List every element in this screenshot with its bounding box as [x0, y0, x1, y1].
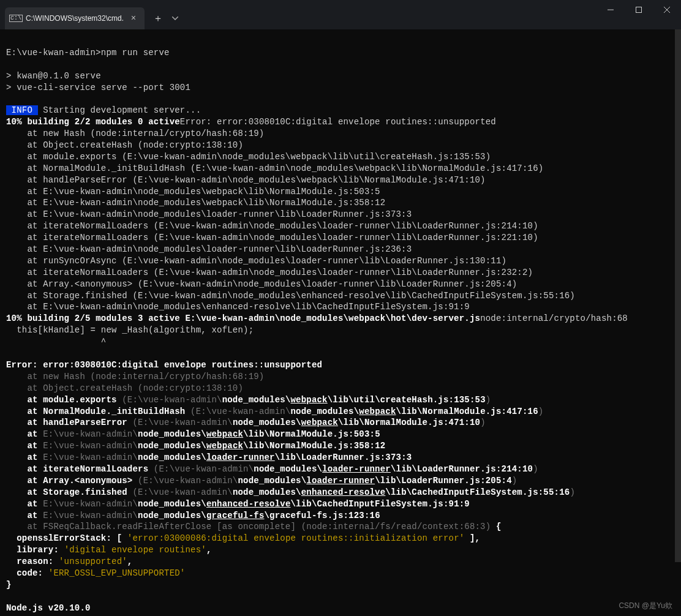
- new-tab-button[interactable]: ＋: [148, 9, 168, 28]
- stack-line: at: [6, 511, 43, 520]
- stack-line: at Storage.finished (E:\vue-kwan-admin\n…: [6, 291, 575, 301]
- cmd-icon: c:\: [11, 13, 21, 23]
- terminal-output[interactable]: E:\vue-kwan-admin>npm run serve > kwan@0…: [0, 29, 681, 616]
- stack-line: at NormalModule._initBuildHash (E:\vue-k…: [6, 163, 543, 173]
- close-icon: [664, 7, 670, 13]
- error-brace: }: [6, 580, 12, 590]
- maximize-icon: [636, 7, 642, 13]
- terminal-line: > kwan@0.1.0 serve: [6, 71, 101, 81]
- stack-line: at new Hash (node:internal/crypto/hash:6…: [6, 129, 264, 138]
- chevron-down-icon: [172, 17, 178, 20]
- stack-line: at handleParseError: [6, 418, 132, 427]
- minimize-icon: [608, 7, 614, 13]
- stack-line: at module.exports: [6, 395, 122, 405]
- stack-line: at NormalModule._initBuildHash: [6, 407, 190, 416]
- close-button[interactable]: [653, 0, 681, 20]
- error-line: Error: error:0308010C:digital envelope r…: [180, 117, 496, 127]
- error-prop: library:: [6, 545, 64, 555]
- error-prop: opensslErrorStack: [: [6, 533, 127, 543]
- stack-line: at iterateNormalLoaders (E:\vue-kwan-adm…: [6, 233, 538, 242]
- stack-line: at iterateNormalLoaders: [6, 464, 154, 474]
- build-progress: 10% building 2/2 modules 0 active: [6, 117, 180, 127]
- terminal-line: Starting development server...: [38, 105, 201, 115]
- stack-line: at E:\vue-kwan-admin\node_modules\loader…: [6, 244, 412, 254]
- stack-line: at Storage.finished: [6, 487, 132, 497]
- stack-line: at E:\vue-kwan-admin\node_modules\loader…: [6, 209, 412, 219]
- tab-title: C:\WINDOWS\system32\cmd.: [26, 14, 124, 23]
- terminal-line: ^: [6, 337, 106, 347]
- window-controls: [596, 0, 681, 24]
- stack-line: at module.exports (E:\vue-kwan-admin\nod…: [6, 152, 491, 162]
- stack-line: at E:\vue-kwan-admin\node_modules\webpac…: [6, 198, 385, 208]
- terminal-line: E:\vue-kwan-admin>npm run serve: [6, 48, 170, 58]
- watermark: CSDN @是Yu欸: [619, 601, 672, 611]
- stack-line: at: [6, 453, 43, 462]
- info-badge: INFO: [6, 105, 38, 115]
- stack-line: at iterateNormalLoaders (E:\vue-kwan-adm…: [6, 268, 533, 277]
- stack-line: at Object.createHash (node:crypto:138:10…: [6, 383, 243, 393]
- stack-line: at: [6, 441, 43, 451]
- stack-line: at: [6, 429, 43, 439]
- close-icon[interactable]: ×: [129, 13, 138, 23]
- tab-row: c:\ C:\WINDOWS\system32\cmd. × ＋: [0, 7, 182, 29]
- tab-cmd[interactable]: c:\ C:\WINDOWS\system32\cmd. ×: [5, 7, 145, 29]
- svg-rect-1: [636, 7, 642, 13]
- titlebar: c:\ C:\WINDOWS\system32\cmd. × ＋: [0, 0, 681, 29]
- terminal-line: node:internal/crypto/hash:68: [480, 314, 628, 323]
- error-prop: reason:: [6, 557, 59, 566]
- stack-line: at Array.<anonymous>: [6, 476, 138, 486]
- error-title: Error: error:0308010C:digital envelope r…: [6, 360, 322, 370]
- scrollbar[interactable]: [674, 29, 681, 616]
- stack-line: at E:\vue-kwan-admin\node_modules\enhanc…: [6, 302, 470, 312]
- stack-line: at Object.createHash (node:crypto:138:10…: [6, 140, 243, 150]
- stack-line: at E:\vue-kwan-admin\node_modules\webpac…: [6, 187, 380, 197]
- stack-line: at: [6, 499, 43, 509]
- terminal-line: > vue-cli-service serve --port 3001: [6, 83, 190, 92]
- scrollbar-thumb[interactable]: [675, 29, 681, 562]
- minimize-button[interactable]: [596, 0, 625, 20]
- stack-line: at handleParseError (E:\vue-kwan-admin\n…: [6, 175, 486, 185]
- node-version: Node.js v20.10.0: [6, 603, 91, 613]
- stack-line: at FSReqCallback.readFileAfterClose [as …: [6, 522, 491, 531]
- build-progress: 10% building 2/5 modules 3 active E:\vue…: [6, 314, 480, 323]
- maximize-button[interactable]: [625, 0, 653, 20]
- error-prop: code:: [6, 568, 48, 578]
- terminal-line: this[kHandle] = new _Hash(algorithm, xof…: [6, 325, 254, 335]
- stack-line: at new Hash (node:internal/crypto/hash:6…: [6, 372, 264, 381]
- stack-line: at Array.<anonymous> (E:\vue-kwan-admin\…: [6, 279, 517, 289]
- tab-dropdown-button[interactable]: [168, 9, 182, 28]
- stack-line: at iterateNormalLoaders (E:\vue-kwan-adm…: [6, 221, 538, 231]
- stack-line: at runSyncOrAsync (E:\vue-kwan-admin\nod…: [6, 256, 506, 266]
